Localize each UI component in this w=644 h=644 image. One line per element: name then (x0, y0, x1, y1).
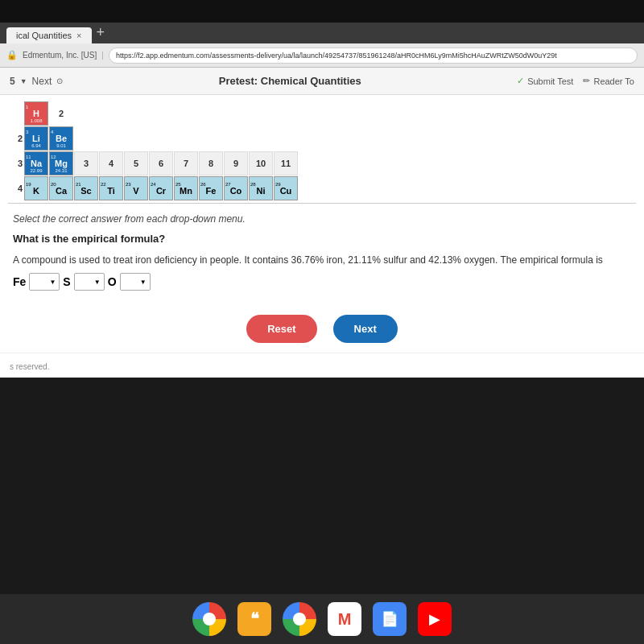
chrome-icon[interactable] (283, 602, 316, 636)
group-8: 8 (199, 151, 223, 175)
dropdown3-arrow: ▼ (140, 279, 147, 286)
s-subscript-dropdown[interactable]: ▼ (74, 273, 105, 291)
check-icon: ✓ (517, 76, 524, 86)
group-4: 4 (99, 151, 123, 175)
group-6: 6 (149, 151, 173, 175)
app-bar-title: Pretest: Chemical Quantities (63, 75, 517, 87)
browser-tab[interactable]: ical Quantities × (6, 27, 92, 43)
element-H: 1 H 1.008 (24, 101, 48, 126)
element-Na: 11 Na 22.99 (24, 151, 48, 175)
arrow-down-icon: ▼ (20, 77, 27, 85)
reader-tools-btn[interactable]: ✏ Reader To (583, 76, 634, 86)
new-tab-button[interactable]: + (97, 24, 105, 43)
forward-icon: ⊙ (56, 76, 63, 85)
row-label-4: 4 (8, 184, 24, 193)
question-number: 5 (10, 76, 15, 87)
button-row: Reset Next (0, 315, 644, 353)
docs-icon[interactable]: 📄 (373, 602, 407, 636)
element-Be: 4 Be 9.01 (49, 126, 73, 151)
next-button[interactable]: Next (333, 315, 398, 343)
formula-s-label: S (63, 275, 70, 288)
pencil-icon: ✏ (583, 76, 590, 86)
submit-test-btn[interactable]: ✓ Submit Test (517, 76, 573, 86)
element-Li: 3 Li 6.94 (24, 126, 48, 151)
instruction-text: Select the correct answer from each drop… (13, 213, 631, 225)
footer-rights: s reserved. (10, 362, 49, 371)
question-nav: 5 ▼ Next ⊙ (10, 76, 63, 87)
formula-o-label: O (108, 275, 117, 288)
row-label-3: 3 (8, 159, 24, 168)
next-label[interactable]: Next (32, 76, 52, 87)
formula-fe-label: Fe (13, 275, 26, 288)
lock-icon: 🔒 (6, 50, 18, 60)
element-Mg: 12 Mg 24.31 (49, 151, 73, 175)
element-V: 23 V (124, 176, 148, 200)
dropdown1-arrow: ▼ (49, 279, 56, 286)
tab-close-icon[interactable]: × (76, 31, 81, 40)
group-7: 7 (174, 151, 198, 175)
group-3: 3 (74, 151, 98, 175)
fe-subscript-dropdown[interactable]: ▼ (29, 273, 60, 291)
group-10: 10 (249, 151, 273, 175)
element-Cr: 24 Cr (149, 176, 173, 200)
gmail-icon[interactable]: M (328, 602, 361, 636)
element-Mn: 25 Mn (174, 176, 198, 200)
quotes-app-icon[interactable]: ❝ (237, 602, 271, 636)
group-11: 11 (274, 151, 298, 175)
address-input[interactable]: https://f2.app.edmentum.com/assessments-… (109, 47, 638, 64)
chrome-color-icon[interactable] (192, 602, 226, 636)
tab-title: ical Quantities (16, 31, 72, 40)
dropdown2-arrow: ▼ (94, 279, 101, 286)
element-Ti: 22 Ti (99, 176, 123, 200)
favicon: Edmentum, Inc. [US] (23, 51, 97, 60)
question-title: What is the empirical formula? (13, 233, 631, 245)
element-Fe: 26 Fe (199, 176, 223, 200)
element-Cu: 29 Cu (274, 176, 298, 200)
row-label-2: 2 (8, 134, 24, 143)
element-Ca: 20 Ca (49, 176, 73, 200)
question-body: A compound is used to treat iron deficie… (13, 253, 631, 268)
group-9: 9 (224, 151, 248, 175)
element-Ni: 28 Ni (249, 176, 273, 200)
element-Co: 27 Co (224, 176, 248, 200)
youtube-icon[interactable]: ▶ (418, 602, 452, 636)
o-subscript-dropdown[interactable]: ▼ (120, 273, 151, 291)
element-K: 19 K (24, 176, 48, 200)
reset-button[interactable]: Reset (246, 315, 316, 343)
separator: | (101, 51, 104, 60)
element-Sc: 21 Sc (74, 176, 98, 200)
group-5: 5 (124, 151, 148, 175)
